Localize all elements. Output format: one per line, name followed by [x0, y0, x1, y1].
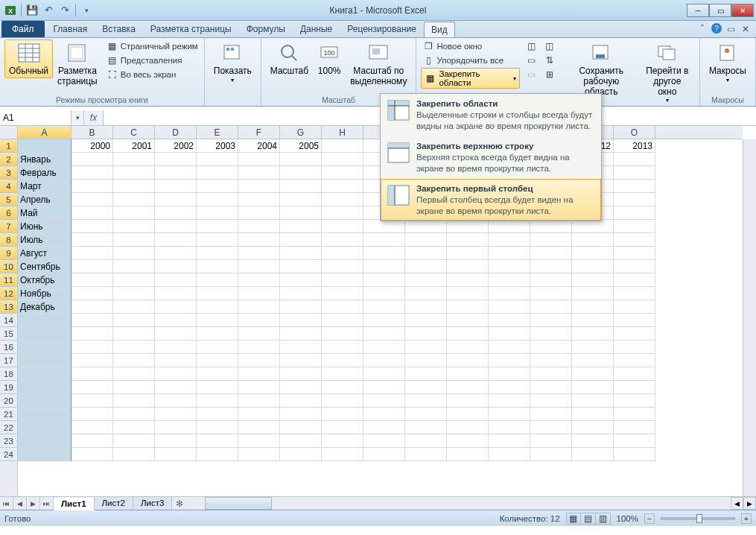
- cell[interactable]: 2005: [280, 139, 322, 153]
- cell[interactable]: [113, 260, 155, 273]
- cell[interactable]: [489, 394, 530, 408]
- row-header[interactable]: 1: [0, 139, 17, 153]
- horizontal-scrollbar[interactable]: [191, 497, 731, 510]
- cell[interactable]: [238, 220, 280, 233]
- cell[interactable]: [280, 448, 322, 461]
- cell[interactable]: [489, 448, 530, 461]
- column-header[interactable]: G: [280, 126, 322, 139]
- cell[interactable]: 2002: [155, 139, 197, 153]
- split-button[interactable]: ◫: [524, 39, 539, 53]
- cell[interactable]: [238, 247, 280, 260]
- window-close-icon[interactable]: ✕: [740, 23, 752, 35]
- freeze-panes-option[interactable]: Закрепить областиВыделенные строки и сто…: [381, 94, 601, 136]
- cell[interactable]: [113, 341, 155, 354]
- cell[interactable]: [238, 341, 280, 354]
- cell[interactable]: [18, 354, 72, 367]
- cell[interactable]: [530, 287, 572, 300]
- cell[interactable]: [405, 233, 447, 247]
- cell[interactable]: [197, 327, 238, 341]
- cell[interactable]: [405, 394, 447, 408]
- cell[interactable]: [238, 180, 280, 193]
- cell[interactable]: [197, 233, 238, 247]
- cell[interactable]: [280, 193, 322, 206]
- cell[interactable]: [72, 448, 113, 461]
- cell[interactable]: [614, 367, 655, 381]
- custom-views-button[interactable]: ▤Представления: [105, 54, 200, 67]
- cell[interactable]: [530, 381, 572, 394]
- cell[interactable]: [280, 287, 322, 300]
- tab-formulas[interactable]: Формулы: [239, 21, 293, 37]
- cell[interactable]: [280, 408, 322, 421]
- cell[interactable]: [530, 247, 572, 260]
- cell[interactable]: [530, 220, 572, 233]
- cell[interactable]: [72, 341, 113, 354]
- cell[interactable]: 2000: [72, 139, 113, 153]
- cell[interactable]: [280, 153, 322, 166]
- cell[interactable]: [447, 273, 489, 287]
- cell[interactable]: [155, 354, 197, 367]
- cell[interactable]: [197, 394, 238, 408]
- cell[interactable]: Август: [18, 247, 72, 260]
- cell[interactable]: [614, 193, 655, 206]
- cell[interactable]: [72, 153, 113, 166]
- sheet-nav-prev[interactable]: ◀: [13, 497, 27, 510]
- cell[interactable]: [489, 408, 530, 421]
- cell[interactable]: [530, 434, 572, 448]
- cell[interactable]: [155, 206, 197, 220]
- cell[interactable]: [614, 448, 655, 461]
- cell[interactable]: Июнь: [18, 220, 72, 233]
- cell[interactable]: [572, 367, 614, 381]
- cell[interactable]: [238, 273, 280, 287]
- cell[interactable]: [280, 273, 322, 287]
- cell[interactable]: [572, 408, 614, 421]
- cell[interactable]: [322, 408, 363, 421]
- column-header[interactable]: B: [72, 126, 113, 139]
- cell[interactable]: [155, 327, 197, 341]
- cell[interactable]: [405, 354, 447, 367]
- cell[interactable]: [363, 354, 405, 367]
- column-header[interactable]: F: [238, 126, 280, 139]
- cell[interactable]: Февраль: [18, 166, 72, 180]
- cell[interactable]: [155, 341, 197, 354]
- cell[interactable]: [572, 421, 614, 434]
- cell[interactable]: [322, 327, 363, 341]
- cell[interactable]: [489, 381, 530, 394]
- cell[interactable]: [72, 300, 113, 314]
- cell[interactable]: 2004: [238, 139, 280, 153]
- sync-scroll-button[interactable]: ⇅: [542, 54, 557, 67]
- cell[interactable]: Июль: [18, 233, 72, 247]
- cell[interactable]: [530, 260, 572, 273]
- cell[interactable]: [155, 300, 197, 314]
- cell[interactable]: [405, 367, 447, 381]
- cell[interactable]: [322, 273, 363, 287]
- row-header[interactable]: 9: [0, 247, 17, 260]
- cell[interactable]: [363, 408, 405, 421]
- cell[interactable]: [280, 354, 322, 367]
- cell[interactable]: [489, 314, 530, 327]
- cell[interactable]: [322, 367, 363, 381]
- cell[interactable]: [72, 206, 113, 220]
- ribbon-minimize-icon[interactable]: ˆ: [696, 23, 708, 35]
- cell[interactable]: [197, 421, 238, 434]
- cell[interactable]: [280, 206, 322, 220]
- cell[interactable]: [113, 166, 155, 180]
- cell[interactable]: [238, 260, 280, 273]
- cell[interactable]: [322, 153, 363, 166]
- cell[interactable]: [238, 287, 280, 300]
- column-header[interactable]: E: [197, 126, 238, 139]
- cell[interactable]: [280, 220, 322, 233]
- cell[interactable]: [489, 260, 530, 273]
- qat-customize-icon[interactable]: ▾: [79, 3, 94, 18]
- cell[interactable]: [113, 408, 155, 421]
- cell[interactable]: [72, 421, 113, 434]
- cell[interactable]: [155, 367, 197, 381]
- cell[interactable]: [197, 180, 238, 193]
- cell[interactable]: [197, 153, 238, 166]
- cell[interactable]: [614, 408, 655, 421]
- cell[interactable]: [72, 354, 113, 367]
- cell[interactable]: [447, 341, 489, 354]
- cell[interactable]: [447, 421, 489, 434]
- cell[interactable]: [363, 381, 405, 394]
- cell[interactable]: [322, 354, 363, 367]
- tab-data[interactable]: Данные: [293, 21, 340, 37]
